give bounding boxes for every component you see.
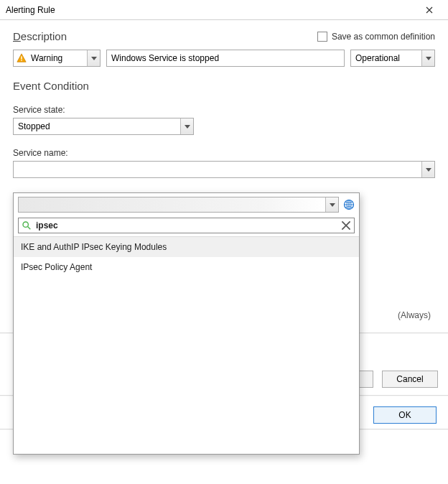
save-common-label: Save as common definition <box>332 32 435 42</box>
service-name-label: Service name: <box>13 148 435 158</box>
warning-icon <box>17 53 27 63</box>
scope-dropdown-button[interactable] <box>421 50 434 66</box>
titlebar: Alerting Rule <box>0 0 448 20</box>
globe-icon[interactable] <box>343 199 355 210</box>
window-title: Alerting Rule <box>6 5 55 15</box>
severity-dropdown[interactable]: Warning <box>13 50 101 67</box>
svg-point-4 <box>23 222 28 227</box>
svg-line-5 <box>28 227 31 230</box>
search-input-row <box>18 218 355 233</box>
service-name-autocomplete-panel: IKE and AuthIP IPsec Keying Modules IPse… <box>13 192 360 455</box>
close-icon <box>426 6 433 14</box>
list-item[interactable]: IKE and AuthIP IPsec Keying Modules <box>14 237 359 257</box>
search-input[interactable] <box>34 220 338 231</box>
service-name-dropdown[interactable] <box>13 161 435 178</box>
clear-search-button[interactable] <box>341 220 351 231</box>
service-state-value: Stopped <box>14 121 180 131</box>
schedule-suffix: (Always) <box>398 310 431 320</box>
close-icon <box>341 220 351 231</box>
description-text-value: Windows Service is stopped <box>107 53 344 63</box>
list-item[interactable]: IPsec Policy Agent <box>14 257 359 277</box>
scope-selector-value <box>19 197 325 212</box>
chevron-down-icon <box>426 168 431 172</box>
search-results-list: IKE and AuthIP IPsec Keying Modules IPse… <box>14 236 359 454</box>
svg-rect-1 <box>21 60 22 61</box>
checkbox-icon <box>317 32 327 42</box>
event-condition-label: Event Condition <box>13 80 435 92</box>
chevron-down-icon <box>185 125 190 129</box>
severity-dropdown-button[interactable] <box>87 50 100 66</box>
description-text-input[interactable]: Windows Service is stopped <box>106 50 345 67</box>
close-button[interactable] <box>415 0 444 20</box>
description-label: Description <box>13 30 67 42</box>
chevron-down-icon <box>330 203 335 207</box>
scope-dropdown[interactable]: Operational <box>350 50 435 67</box>
save-common-definition-checkbox[interactable]: Save as common definition <box>317 32 435 42</box>
scope-selector-dropdown-button[interactable] <box>325 197 338 212</box>
search-icon <box>22 220 32 231</box>
svg-rect-0 <box>21 56 22 59</box>
chevron-down-icon <box>426 57 431 60</box>
ok-button[interactable]: OK <box>373 406 437 424</box>
scope-value: Operational <box>351 53 421 63</box>
chevron-down-icon <box>91 57 97 60</box>
service-state-label: Service state: <box>13 105 435 115</box>
severity-value: Warning <box>27 53 87 63</box>
service-state-dropdown[interactable]: Stopped <box>13 118 194 135</box>
cancel-button[interactable]: Cancel <box>382 371 438 388</box>
scope-selector-dropdown[interactable] <box>18 197 339 213</box>
service-name-dropdown-button[interactable] <box>421 162 434 177</box>
service-state-dropdown-button[interactable] <box>180 118 193 134</box>
